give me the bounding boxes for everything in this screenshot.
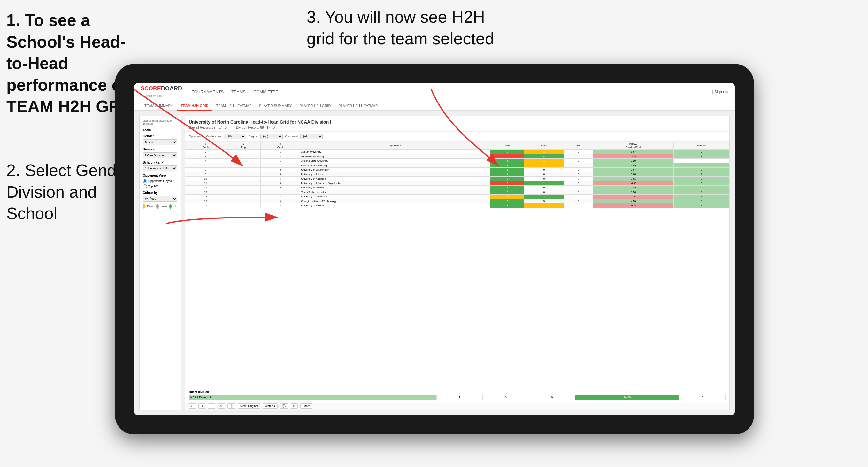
legend-up-dot (169, 204, 172, 209)
legend-down-dot (143, 204, 145, 209)
opponents-played-label: Opponents Played (148, 180, 172, 183)
ann3-line1: 3. You will now see H2H (307, 8, 485, 26)
share-btn[interactable]: Share (300, 403, 312, 409)
nav-tournaments[interactable]: TOURNAMENTS (192, 88, 224, 95)
legend-up-label: Up (174, 205, 177, 208)
table-row: 93University of Arizona1009.002 (185, 172, 730, 176)
col-tie: Tie (564, 142, 593, 150)
nav-committee[interactable]: COMMITTEE (253, 88, 278, 95)
clock-btn[interactable]: 🕐 (227, 403, 236, 409)
main-content: Last Updated: 27/03/2024 16:55:38 Team G… (134, 111, 735, 415)
table-row: 123University of Virginia1002.333 (185, 185, 730, 190)
settings-btn[interactable]: ⚙ (218, 403, 225, 409)
col-rounds: Rounds (674, 142, 729, 150)
gender-select[interactable]: Men's (143, 139, 177, 145)
out-div-win: 1 (436, 395, 483, 400)
col-conf: #Conf (261, 142, 300, 150)
legend-level-label: Level (161, 205, 168, 208)
back-btn[interactable]: ← (208, 403, 215, 409)
col-rank: #Rank (185, 142, 226, 150)
bottom-toolbar: ↩ ↪ ← ⚙ 🕐 View: Original Watch ▾ 💬 ⊞ Sha… (185, 402, 730, 410)
radio-top100[interactable]: Top 100 (143, 184, 177, 188)
sub-nav-team-h2h-heatmap[interactable]: TEAM H2H HEATMAP (212, 101, 255, 111)
out-div-loss: 0 (483, 395, 529, 400)
table-header-row: #Rank #Reg #Conf Opponent Win Loss Tie D… (185, 142, 730, 150)
table-row: 142University of Oklahoma120-1.009 (185, 194, 730, 199)
table-row: 163University of Florida310-6.429 (185, 203, 730, 208)
top-nav: SCOREBOARD Powered by clippi TOURNAMENTS… (134, 83, 735, 101)
annotation-3: 3. You will now see H2H grid for the tea… (307, 6, 511, 50)
logo-sub: Powered by clippi (141, 94, 163, 97)
out-of-division-row: NCAA Division II 1 0 0 26.00 3 (189, 395, 725, 400)
out-div-division: NCAA Division II (189, 395, 437, 400)
grid-header: University of North Carolina Head-to-Hea… (185, 116, 730, 132)
region-filter-label: Region (249, 135, 258, 138)
redo-btn[interactable]: ↪ (198, 403, 206, 409)
region-filter-select[interactable]: (All) (260, 133, 283, 139)
table-row: 82University of Washington1003.673 (185, 167, 730, 172)
view-original-btn[interactable]: View: Original (238, 403, 260, 409)
colour-by-label: Colour by (143, 191, 177, 194)
ann3-line2: grid for the team selected (307, 29, 494, 48)
out-div-label: Out of division (189, 390, 725, 394)
grid-panel: University of North Carolina Head-to-Hea… (185, 116, 730, 410)
undo-btn[interactable]: ↩ (189, 403, 196, 409)
left-panel: Last Updated: 27/03/2024 16:55:38 Team G… (139, 116, 181, 410)
col-reg: #Reg (226, 142, 261, 150)
division-select[interactable]: NCAA Division I (143, 152, 177, 158)
logo-board: BOARD (161, 85, 182, 92)
radio-opponents-played[interactable]: Opponents Played (143, 179, 177, 183)
gender-label: Gender (143, 134, 177, 138)
sub-nav: TEAM SUMMARY TEAM H2H GRID TEAM H2H HEAT… (134, 101, 735, 111)
sub-nav-player-summary[interactable]: PLAYER SUMMARY (255, 101, 296, 111)
table-row: 62Florida State University4201.8312 (185, 163, 730, 167)
conference-filter-select[interactable]: (All) (224, 133, 246, 139)
grid-title: University of North Carolina Head-to-Hea… (189, 120, 725, 125)
device-screen: SCOREBOARD Powered by clippi TOURNAMENTS… (134, 83, 735, 415)
sub-nav-team-summary[interactable]: TEAM SUMMARY (141, 101, 177, 111)
table-row: 105University of Alabama3002.618 (185, 176, 730, 181)
table-row: 32Vanderbilt University040-2.298 (185, 154, 730, 158)
conference-filter-label: Conference (206, 135, 221, 138)
col-loss: Loss (524, 142, 564, 150)
team-label: Team (143, 128, 177, 132)
grid-btn[interactable]: ⊞ (291, 403, 298, 409)
sub-nav-team-h2h-grid[interactable]: TEAM H2H GRID (177, 101, 212, 111)
opponent-filter-select[interactable]: (All) (300, 133, 323, 139)
table-row: 116University of Arkansas, Fayetteville0… (185, 181, 730, 185)
legend-down-label: Down (147, 205, 154, 208)
opponent-filter-label: Opponent (285, 135, 298, 138)
out-div-tie: 0 (529, 395, 576, 400)
ann2-line3: School (6, 204, 57, 223)
grid-records: Overall Record: 89 - 17 - 0 Division Rec… (189, 126, 725, 129)
nav-teams[interactable]: TEAMS (231, 88, 246, 95)
opponents-filter-label: Opponents: (189, 135, 204, 138)
top100-label: Top 100 (148, 185, 158, 188)
sub-nav-player-h2h-heatmap[interactable]: PLAYER H2H HEATMAP (335, 101, 381, 111)
comment-btn[interactable]: 💬 (280, 403, 288, 409)
opponent-view-label: Opponent View (143, 174, 177, 177)
colour-by-select[interactable]: Win/loss (143, 196, 177, 201)
out-div-rounds: 3 (679, 395, 725, 400)
last-updated: Last Updated: 27/03/2024 16:55:38 (143, 120, 177, 125)
table-row: 131Texas Tech University3005.569 (185, 190, 730, 194)
logo-score: SCORE (141, 85, 161, 92)
table-row: 154Georgia Institute of Technology0504.5… (185, 199, 730, 203)
table-row: 21Auburn University2101.679 (185, 150, 730, 154)
sign-out[interactable]: | Sign out (712, 90, 728, 94)
col-diff: Diff AvStrokes/Rnd (593, 142, 674, 150)
sub-nav-player-h2h-grid[interactable]: PLAYER H2H GRID (296, 101, 335, 111)
division-label: Division (143, 148, 177, 151)
division-record: Division Record: 88 - 17 - 0 (236, 126, 275, 129)
watch-btn[interactable]: Watch ▾ (262, 403, 278, 409)
logo: SCOREBOARD Powered by clippi (141, 86, 182, 98)
ann2-line2: Division and (6, 183, 97, 201)
data-table: #Rank #Reg #Conf Opponent Win Loss Tie D… (185, 142, 730, 388)
nav-items: TOURNAMENTS TEAMS COMMITTEE (192, 88, 703, 95)
opponent-view-group: Opponents Played Top 100 (143, 179, 177, 188)
col-opponent: Opponent (300, 142, 490, 150)
school-select[interactable]: 1. University of Nort... (143, 165, 177, 171)
table-row: 41Arizona State University5102.29 (185, 158, 730, 163)
device-frame: SCOREBOARD Powered by clippi TOURNAMENTS… (115, 64, 754, 434)
color-legend: Down Level Up (143, 204, 177, 209)
